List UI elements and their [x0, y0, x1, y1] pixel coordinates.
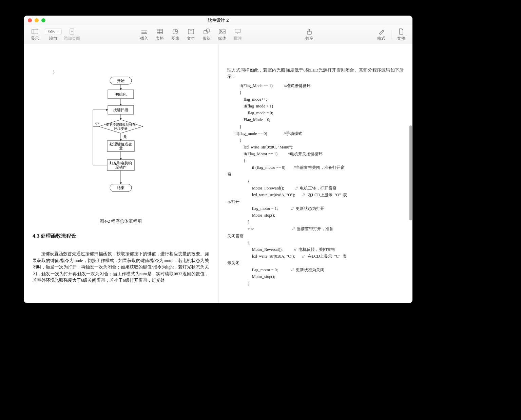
comment-icon [235, 28, 241, 35]
text-button[interactable]: T 文本 [183, 28, 199, 41]
section-heading: 4.3 处理函数流程设 [33, 232, 209, 240]
svg-text:是: 是 [123, 135, 127, 139]
media-button[interactable]: 媒体 [214, 28, 230, 41]
svg-text:T: T [190, 30, 192, 34]
vertical-scrollbar[interactable] [409, 125, 412, 220]
media-icon [219, 28, 226, 35]
format-button[interactable]: 格式 [373, 28, 389, 41]
page-left: } 开始 初始化 [24, 44, 218, 303]
insert-icon [141, 28, 148, 35]
toolbar: 显示 78% ⌄ 缩放 添加页面 插入 [24, 25, 412, 44]
figure-caption: 图4-2 程序总体流程图 [33, 218, 209, 225]
document-button[interactable]: 文稿 [393, 28, 409, 41]
document-content[interactable]: } 开始 初始化 [24, 44, 412, 303]
svg-text:按键扫描: 按键扫描 [113, 108, 128, 112]
table-icon [157, 28, 163, 35]
svg-point-20 [220, 31, 221, 32]
zoom-control[interactable]: 78% ⌄ 缩放 [43, 28, 64, 41]
svg-rect-21 [235, 29, 240, 33]
svg-text:处理键值或变: 处理键值或变 [110, 142, 132, 146]
shape-icon [203, 28, 210, 35]
svg-text:否: 否 [95, 122, 99, 125]
svg-text:开始: 开始 [117, 79, 124, 83]
view-button[interactable]: 显示 [27, 28, 43, 41]
svg-text:环境变量: 环境变量 [114, 127, 128, 131]
flowchart: 开始 初始化 按键扫描 按下按键或收到外界 环境变量 [83, 76, 158, 204]
code-listing: if(Flag_Mode == 1) //模式按键循环 { flag_mode+… [227, 82, 404, 287]
text-icon: T [188, 28, 194, 35]
svg-text:初始化: 初始化 [115, 92, 127, 96]
share-icon [307, 28, 312, 35]
comment-button[interactable]: 批注 [230, 28, 246, 41]
insert-button[interactable]: 插入 [136, 28, 152, 41]
titlebar: 软件设计 2 [24, 16, 412, 25]
app-window: 软件设计 2 显示 78% ⌄ 缩放 添加页面 [24, 16, 412, 303]
svg-text:灯光和电机响: 灯光和电机响 [110, 161, 132, 165]
svg-rect-0 [32, 29, 38, 34]
svg-text:结束: 结束 [117, 186, 124, 190]
table-button[interactable]: 表格 [152, 28, 168, 41]
chart-icon [172, 28, 178, 35]
add-page-icon [69, 28, 75, 35]
share-button[interactable]: 共享 [302, 28, 317, 41]
sidebar-icon [32, 28, 38, 35]
svg-rect-17 [204, 31, 207, 34]
window-title: 软件设计 2 [24, 17, 412, 23]
body-paragraph: 按键设置函数首先通过按键扫描函数，获取按键按下的键值，进行相应变量的改变。如果获… [33, 251, 209, 284]
svg-text:量: 量 [119, 146, 123, 150]
svg-marker-32 [99, 120, 143, 133]
zoom-value: 78% [47, 29, 55, 34]
format-icon [378, 28, 384, 35]
page-right: 理方式同样如此，若室内光照强度低于6级LED光源打开否则闭合。其部分程序源码如下… [218, 44, 413, 303]
continuation-paragraph: 理方式同样如此，若室内光照强度低于6级LED光源打开否则闭合。其部分程序源码如下… [227, 67, 404, 80]
chevron-down-icon: ⌄ [57, 30, 59, 33]
svg-text:应动作: 应动作 [115, 165, 127, 169]
add-page-button[interactable]: 添加页面 [64, 28, 80, 41]
chart-button[interactable]: 图表 [168, 28, 183, 41]
code-brace: } [53, 69, 209, 76]
shape-button[interactable]: 形状 [199, 28, 214, 41]
svg-text:按下按键或收到外界: 按下按键或收到外界 [105, 123, 136, 126]
document-icon [399, 28, 404, 35]
